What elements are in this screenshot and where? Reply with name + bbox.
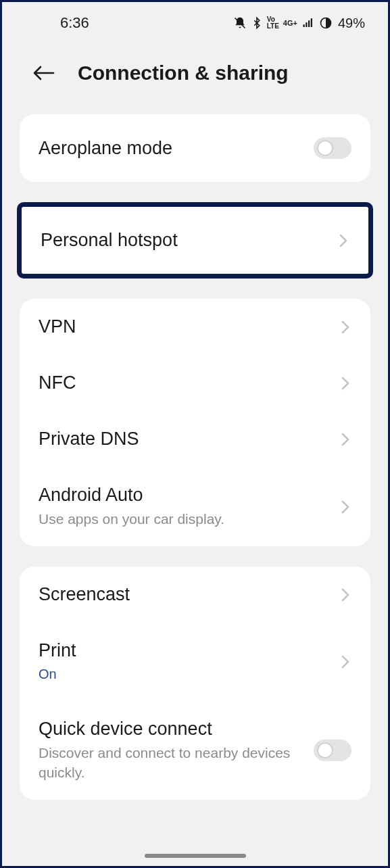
- battery-icon: [319, 16, 333, 30]
- signal-icon: [301, 17, 315, 29]
- chevron-right-icon: [339, 585, 351, 604]
- hotspot-label: Personal hotspot: [41, 230, 337, 251]
- card-screen: Screencast Print On Quick device connect…: [20, 566, 370, 800]
- status-time: 6:36: [60, 14, 89, 32]
- mute-icon: [233, 16, 247, 30]
- chevron-right-icon: [339, 318, 351, 337]
- volte-icon: VoLTE: [267, 16, 279, 30]
- bluetooth-icon: [251, 16, 263, 30]
- quick-toggle[interactable]: [314, 740, 351, 761]
- quick-sub: Discover and connect to nearby devices q…: [39, 744, 295, 782]
- row-android-auto[interactable]: Android Auto Use apps on your car displa…: [20, 467, 370, 546]
- card-network: VPN NFC Private DNS Android Auto Use app…: [20, 299, 370, 546]
- chevron-right-icon: [337, 231, 349, 250]
- dns-label: Private DNS: [39, 429, 339, 450]
- quick-label: Quick device connect: [39, 719, 295, 740]
- status-battery: 49%: [338, 16, 365, 31]
- card-hotspot: Personal hotspot: [17, 202, 373, 279]
- screencast-label: Screencast: [39, 584, 339, 605]
- home-indicator[interactable]: [145, 854, 246, 858]
- row-personal-hotspot[interactable]: Personal hotspot: [22, 207, 368, 274]
- row-screencast[interactable]: Screencast: [20, 566, 370, 623]
- toggle-knob: [317, 140, 333, 156]
- nfc-label: NFC: [39, 372, 339, 393]
- chevron-right-icon: [339, 430, 351, 449]
- aeroplane-toggle[interactable]: [314, 137, 351, 159]
- row-private-dns[interactable]: Private DNS: [20, 411, 370, 467]
- toggle-knob: [317, 742, 333, 758]
- row-aeroplane-mode[interactable]: Aeroplane mode: [20, 114, 370, 182]
- chevron-right-icon: [339, 652, 351, 671]
- status-bar: 6:36 VoLTE 4G+ 49%: [2, 2, 388, 37]
- page-header: Connection & sharing: [2, 37, 388, 114]
- aeroplane-label: Aeroplane mode: [39, 138, 314, 159]
- row-print[interactable]: Print On: [20, 623, 370, 701]
- back-button[interactable]: [32, 64, 56, 82]
- chevron-right-icon: [339, 374, 351, 393]
- status-icons: VoLTE 4G+: [233, 16, 333, 30]
- row-nfc[interactable]: NFC: [20, 355, 370, 411]
- vpn-label: VPN: [39, 316, 339, 337]
- auto-sub: Use apps on your car display.: [39, 510, 339, 529]
- row-quick-device-connect[interactable]: Quick device connect Discover and connec…: [20, 701, 370, 800]
- network-4g-icon: 4G+: [283, 19, 297, 27]
- row-vpn[interactable]: VPN: [20, 299, 370, 355]
- print-label: Print: [39, 640, 339, 661]
- chevron-right-icon: [339, 498, 351, 516]
- page-title: Connection & sharing: [78, 62, 289, 85]
- card-aeroplane: Aeroplane mode: [20, 114, 370, 182]
- auto-label: Android Auto: [39, 485, 339, 506]
- status-right: VoLTE 4G+ 49%: [233, 16, 365, 31]
- print-sub: On: [39, 665, 339, 683]
